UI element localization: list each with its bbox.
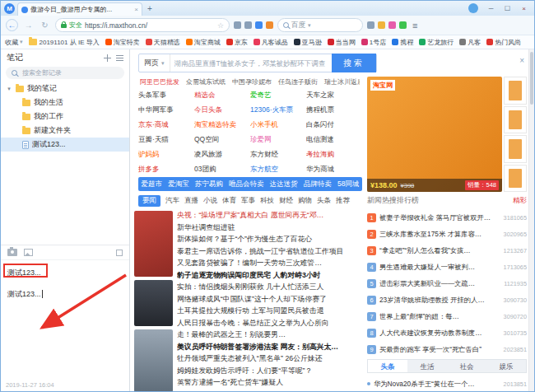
hot-link[interactable]: 众需城东试纸 [186,77,226,86]
bookmark-item[interactable]: 携程 [392,38,413,47]
refresh-button[interactable]: ↻ [39,19,51,31]
maxthon-logo-icon[interactable]: M [4,3,15,14]
portal-search-input[interactable] [170,59,332,68]
nav-link[interactable]: 携程机票 [306,102,362,117]
passkeeper-icon[interactable] [378,21,385,29]
nav-link[interactable]: QQ空间 [194,132,250,147]
bookmark-item[interactable]: 热门风尚 [486,38,521,47]
ranking-item[interactable]: 2三峡水库蓄水至175米 才算库容…3020965 [367,226,527,242]
nav-link[interactable]: 电信测速 [306,132,362,147]
notes-tree-item[interactable]: 新建文件夹 [1,124,129,138]
maximize-button[interactable]: ☐ [500,5,514,12]
news-headline[interactable]: 姆姆娃发欧姆告示呼吁：人们要“平等呢”？ [177,365,363,377]
back-button[interactable]: ← [6,19,18,31]
bookmark-item[interactable]: 艺龙旅行 [419,38,454,47]
promo-link[interactable]: 唯品会特卖 [229,180,264,189]
ad-thumbnail[interactable] [504,106,527,134]
news-tab[interactable]: 军事 [241,196,255,206]
promo-link[interactable]: 爱超市 [142,180,163,189]
nav-link[interactable]: 淘宝精选特卖 [194,117,250,132]
nav-link[interactable]: 驴妈妈 [138,147,194,161]
notes-search[interactable] [6,67,124,79]
ranking-item[interactable]: 8人大代表建议恢复劳动教养制度…3010735 [367,324,527,341]
close-window-button[interactable]: × [517,5,531,12]
wechat-icon[interactable] [399,21,407,29]
nav-link[interactable]: 天车之家 [306,87,362,102]
news-tab[interactable]: 科技 [260,196,274,206]
news-tab[interactable]: 推荐 [336,196,350,206]
nav-link[interactable]: 东方航空 [250,161,306,176]
browser-tab[interactable]: 傲游今日_傲游用户专属的... × [17,2,142,16]
news-tab[interactable]: 体育 [222,196,236,206]
minimize-button[interactable]: ─ [484,5,498,12]
bookmark-item[interactable]: 京东 [226,38,248,47]
ad-thumbnail[interactable] [504,135,527,163]
news-headline[interactable]: 网络赌球成风“中国队谋”这十个人却下场停赛了 [177,293,363,306]
nav-link[interactable]: 珍爱网 [250,132,306,147]
ranking-item[interactable]: 5进击彩票大奖新职业——文疏…1121935 [367,275,527,292]
news-tab[interactable]: 小说 [203,196,217,206]
section-tab[interactable]: 娱乐 [486,360,526,372]
news-headline[interactable]: 英警方逮捕一名“死亡货车”嫌疑人 [177,376,363,389]
bookmark-item[interactable]: 淘宝商城 [186,38,221,47]
news-headline[interactable]: 又见套路贷被骗了！编制一天劳动三次难管… [177,257,363,269]
news-tab[interactable]: 头条 [317,196,331,206]
hot-link[interactable]: 任鸟连子贩街 [278,77,318,86]
snapshot-icon[interactable] [234,21,241,29]
notes-tree-item[interactable]: 我的生活 [1,96,129,110]
hot-link[interactable]: 瑞士冰川返底 [324,77,360,86]
search-engine-select[interactable]: 网页 ▾ [139,54,170,72]
bookmark-item[interactable]: 天猫精选 [146,38,180,47]
address-field[interactable]: 安全 https://i.maxthon.cn/ ☆ [55,18,230,32]
favorites-menu-button[interactable]: 收藏 ▾ [5,38,23,47]
nav-link[interactable]: 凌风旅游 [194,147,250,161]
ranking-item[interactable]: 华为Nova20杀手王“黄仕在一个… 2013851 [367,376,527,391]
favorite-star-icon[interactable]: ☆ [217,21,224,30]
ad-thumbnail[interactable] [504,77,527,105]
bookmark-folder[interactable]: 20191101 从 IE 导入 [29,38,100,47]
new-note-icon[interactable] [104,54,111,62]
nav-link[interactable]: 华为商城 [306,161,362,176]
ranking-item[interactable]: 3“拿走吧”“别人怎么看我”女孩…1213267 [367,242,527,259]
adblock-icon[interactable] [266,21,273,29]
nav-link[interactable]: 小米手机 [250,117,306,132]
bookmark-item[interactable]: 淘宝特卖 [105,38,140,47]
promo-link[interactable]: 58同城 [337,180,359,189]
close-icon[interactable]: × [519,56,524,65]
ad-thumbnail[interactable] [504,165,527,193]
news-headline[interactable]: 新华社调查组进驻 [177,222,363,234]
search-button[interactable]: 搜索 [332,54,376,72]
note-title[interactable]: 测试123... [7,268,129,278]
notes-search-input[interactable] [21,68,103,77]
scrollbar[interactable] [528,49,534,391]
camera-icon[interactable] [7,249,17,256]
news-headline[interactable]: 泰君主一席话告诉你，挑战一江宁省轨道位工作项目 [177,245,363,258]
news-headline[interactable]: 新体操如何？基于“个”作为慢生态了百花心 [177,233,363,245]
hot-link[interactable]: 中国孕珍妮布 [232,77,272,86]
tab-close-icon[interactable]: × [134,6,138,13]
expand-icon[interactable] [116,250,123,256]
news-headline[interactable]: 牡丹领域严重失态被列入“黑名单” 26公斤妹还 [177,352,363,365]
nav-link[interactable]: 精选会 [194,87,250,102]
news-headline[interactable]: 走！最棒的武器之王！别说要男… [177,329,363,341]
nav-link[interactable]: 拼多多 [138,161,194,176]
note-body[interactable]: 测试123... [7,289,129,300]
scrollbar-thumb[interactable] [530,52,533,105]
news-headline[interactable]: 美议员呼吁特朗普签署涉港法案 网友：别高兴太… [177,341,363,353]
download-icon[interactable] [367,21,374,29]
nav-link[interactable]: 中华网军事 [138,102,194,117]
ranking-item[interactable]: 4男生遇难最大嫌疑人一审被判…1713065 [367,259,527,275]
hot-link[interactable]: 阿里巴巴批发 [140,77,179,86]
ranking-item[interactable]: 1被妻子举报收礼金 落马厅官被双开…3181065 [367,209,527,226]
bookmark-item[interactable]: 1号店 [361,38,386,47]
promo-link[interactable]: 达达送货 [270,180,298,189]
main-menu-button[interactable]: ≡ [411,21,419,30]
nav-link[interactable]: 白条闪付 [306,117,362,132]
section-tab[interactable]: 社会 [447,360,486,372]
nav-link[interactable]: 今日头条 [194,102,250,117]
section-tab[interactable]: 头条 [368,360,407,372]
quick-search-box[interactable]: 百度 ▾ [277,18,363,32]
image-icon[interactable] [24,249,33,256]
news-thumbnail[interactable] [134,329,173,391]
promo-link[interactable]: 爱淘宝 [168,180,189,189]
